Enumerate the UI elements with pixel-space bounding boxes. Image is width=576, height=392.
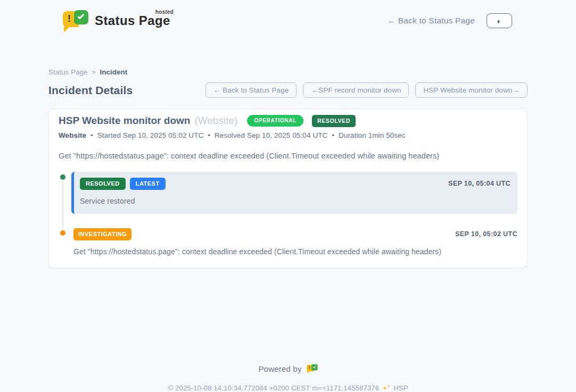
logo-bubble-tail: [307, 371, 309, 374]
title-row: Incident Details ← Back to Status Page ←…: [48, 82, 528, 98]
incident-duration: Duration 1min 50sec: [339, 131, 406, 139]
timeline-dot-investigating: [59, 229, 67, 237]
exclamation-icon: !: [308, 365, 310, 370]
timeline-update-header: INVESTIGATING SEP 10, 05:02 UTC: [73, 228, 517, 240]
brand-logo[interactable]: ! Status Page hosted: [63, 9, 170, 32]
copyright-line: © 2025-10-08 14:10:34.772084 +0200 CEST …: [0, 384, 576, 392]
back-to-status-page-button[interactable]: ← Back to Status Page: [205, 82, 297, 98]
breadcrumb-status-page[interactable]: Status Page: [48, 68, 88, 76]
footer-logo-icon[interactable]: !: [307, 364, 318, 374]
incident-title: HSP Website monitor down: [59, 115, 190, 127]
exclamation-icon: !: [66, 13, 72, 24]
copyright-text: © 2025-10-08 14:10:34.772084 +0200 CEST …: [168, 384, 379, 392]
sparkles-icon: [382, 384, 390, 392]
timeline-timestamp: SEP 10, 05:02 UTC: [455, 230, 517, 238]
timeline-latest-update-box: RESOLVED LATEST SEP 10, 05:04 UTC Servic…: [71, 172, 517, 214]
incident-nav-buttons: ← Back to Status Page ←SPF record monito…: [205, 82, 528, 98]
header-right: ← Back to Status Page ◐: [388, 13, 512, 28]
timeline-dot-resolved: [59, 173, 67, 181]
meta-bullet: •: [332, 131, 334, 139]
prev-incident-button[interactable]: ←SPF record monitor down: [303, 82, 409, 98]
timeline-update-header: RESOLVED LATEST SEP 10, 05:04 UTC: [80, 178, 511, 190]
page-title: Incident Details: [48, 84, 133, 97]
timeline-item-investigating: INVESTIGATING SEP 10, 05:02 UTC Get "htt…: [59, 228, 517, 256]
header: ! Status Page hosted ← Back to Status Pa…: [0, 0, 576, 33]
logo-bubble-green: [311, 364, 318, 370]
timeline-message: Service restored: [80, 197, 511, 205]
meta-bullet: •: [208, 131, 210, 139]
incident-meta: Website • Started Sep 10, 2025 05:02 UTC…: [59, 131, 517, 139]
operational-badge: OPERATIONAL: [247, 115, 303, 127]
powered-by-row: Powered by !: [0, 364, 576, 374]
incident-timeline: RESOLVED LATEST SEP 10, 05:04 UTC Servic…: [59, 172, 517, 256]
check-icon: [312, 365, 315, 368]
incident-card: HSP Website monitor down (Website) OPERA…: [48, 109, 528, 268]
logo-bubble-tail: [64, 27, 70, 32]
footer: Powered by ! © 2025-10-08 14:10:34.77208…: [0, 364, 576, 392]
incident-component: Website: [59, 131, 86, 139]
powered-by-label: Powered by: [258, 364, 301, 373]
incident-scope: (Website): [194, 115, 237, 127]
logo-bubble-green: [74, 10, 88, 24]
half-circle-icon: ◐: [497, 17, 501, 25]
back-to-status-page-link[interactable]: ← Back to Status Page: [388, 16, 475, 26]
main-content: Status Page > Incident Incident Details …: [48, 33, 528, 268]
investigating-badge: INVESTIGATING: [73, 228, 131, 240]
copyright-suffix: HSP: [393, 384, 408, 392]
brand-name: Status Page hosted: [95, 13, 170, 28]
breadcrumb-separator: >: [92, 69, 96, 76]
timeline-message: Get "https://hostedstatus.page": context…: [73, 247, 517, 256]
incident-started: Started Sep 10, 2025 05:02 UTC: [97, 131, 204, 139]
resolved-badge: RESOLVED: [80, 178, 126, 190]
breadcrumb: Status Page > Incident: [48, 68, 528, 76]
breadcrumb-incident: Incident: [100, 68, 128, 76]
resolved-status-badge: RESOLVED: [312, 115, 356, 127]
next-incident-button[interactable]: HSP Website monitor down→: [415, 82, 528, 98]
brand-hosted-superscript: hosted: [155, 9, 174, 15]
theme-toggle-button[interactable]: ◐: [487, 13, 512, 28]
status-page-logo-icon: !: [63, 9, 88, 32]
timeline-badges: RESOLVED LATEST: [80, 178, 166, 190]
latest-badge: LATEST: [130, 178, 166, 190]
timeline-update-plain: INVESTIGATING SEP 10, 05:02 UTC Get "htt…: [71, 228, 517, 256]
incident-title-row: HSP Website monitor down (Website) OPERA…: [59, 115, 517, 127]
incident-resolved: Resolved Sep 10, 2025 05:04 UTC: [215, 131, 327, 139]
timeline-timestamp: SEP 10, 05:04 UTC: [448, 180, 511, 187]
meta-bullet: •: [90, 131, 93, 139]
check-icon: [78, 13, 85, 20]
brand-name-label: Status Page: [95, 13, 170, 28]
incident-description: Get "https://hostedstatus.page": context…: [59, 152, 517, 160]
timeline-item-resolved: RESOLVED LATEST SEP 10, 05:04 UTC Servic…: [59, 172, 517, 214]
